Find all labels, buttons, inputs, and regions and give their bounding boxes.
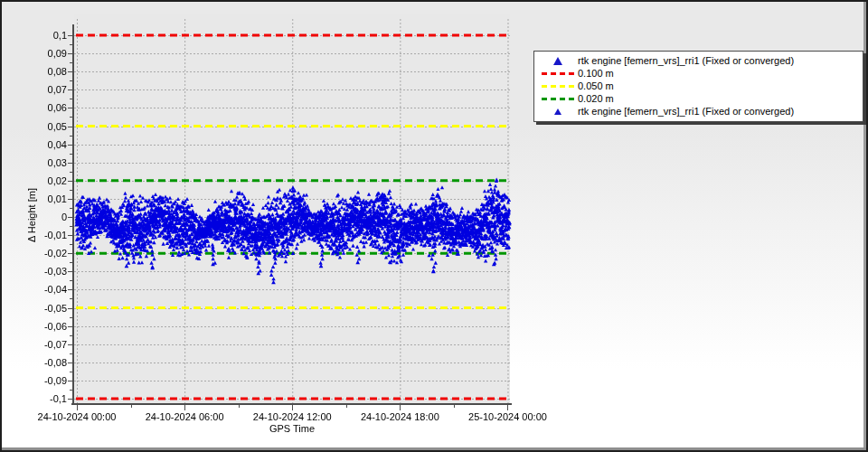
plot-canvas <box>56 14 519 415</box>
legend-item-threshold-20mm: 0.020 m <box>538 92 859 105</box>
legend-item-series-2: rtk engine [femern_vrs]_rri1 (Fixed or c… <box>538 105 859 118</box>
legend-label: rtk engine [femern_vrs]_rri1 (Fixed or c… <box>578 55 794 66</box>
x-tick-label: 24-10-2024 06:00 <box>132 410 237 423</box>
legend-item-threshold-100mm: 0.100 m <box>538 67 859 80</box>
y-tick-label: 0,05 <box>2 120 67 133</box>
y-tick-label: -0,06 <box>2 320 67 333</box>
y-tick-label: 0,06 <box>2 101 67 114</box>
x-tick-label: 25-10-2024 00:00 <box>455 410 560 423</box>
y-tick-label: -0,04 <box>2 283 67 296</box>
legend-label: rtk engine [femern_vrs]_rri1 (Fixed or c… <box>578 106 794 117</box>
dashed-line-marker-icon <box>542 85 574 88</box>
y-tick-label: -0,08 <box>2 356 67 369</box>
legend-label: 0.020 m <box>578 93 614 104</box>
x-tick-label: 24-10-2024 18:00 <box>347 410 452 423</box>
legend-label: 0.100 m <box>578 68 614 79</box>
legend-label: 0.050 m <box>578 80 614 91</box>
y-tick-label: -0,1 <box>2 392 67 405</box>
triangle-marker-icon <box>553 57 562 65</box>
y-tick-label: 0,08 <box>2 65 67 78</box>
y-tick-label: 0,07 <box>2 83 67 96</box>
y-axis-title: Δ Height [m] <box>26 161 37 269</box>
dashed-line-marker-icon <box>542 72 574 75</box>
y-tick-label: -0,07 <box>2 338 67 351</box>
x-tick-label: 24-10-2024 00:00 <box>24 410 129 423</box>
triangle-marker-icon <box>554 108 561 115</box>
window-bottom-strip <box>2 447 866 450</box>
y-tick-label: -0,09 <box>2 374 67 387</box>
y-tick-label: 0,1 <box>2 29 67 42</box>
dashed-line-marker-icon <box>542 98 574 100</box>
legend-box: rtk engine [femern_vrs]_rri1 (Fixed or c… <box>533 51 863 122</box>
legend-item-threshold-50mm: 0.050 m <box>538 80 859 92</box>
chart-window: 0,10,090,080,070,060,050,040,030,020,010… <box>0 0 868 452</box>
y-tick-label: -0,05 <box>2 302 67 315</box>
legend-item-series: rtk engine [femern_vrs]_rri1 (Fixed or c… <box>538 54 859 67</box>
x-tick-label: 24-10-2024 12:00 <box>240 410 344 423</box>
y-tick-label: 0,04 <box>2 138 67 151</box>
y-tick-label: 0,09 <box>2 47 67 60</box>
x-axis-title: GPS Time <box>224 423 360 434</box>
